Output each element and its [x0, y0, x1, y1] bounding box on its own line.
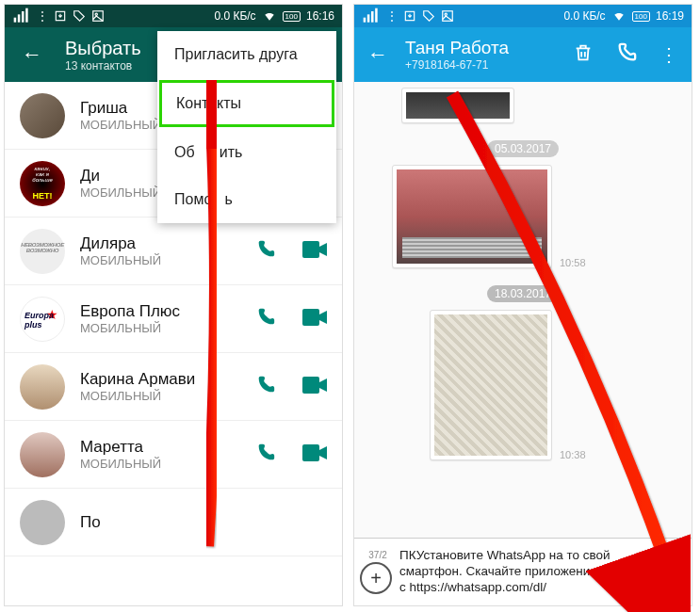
call-icon[interactable]: [255, 239, 276, 264]
char-counter: 37/2: [362, 550, 394, 560]
svg-point-17: [445, 13, 447, 15]
overflow-menu: Пригласить друга Контакты Обновить Помощ…: [157, 31, 336, 223]
data-rate: 0.0 КБ/с: [563, 9, 605, 23]
app-header: ← Таня Работа +7918164-67-71 ⋮: [354, 27, 692, 82]
svg-rect-12: [367, 14, 370, 22]
signal-icon: [12, 7, 31, 25]
svg-rect-2: [22, 11, 24, 23]
contact-name: Маретта: [80, 438, 255, 457]
delete-icon[interactable]: [573, 42, 594, 67]
tag-icon: [73, 9, 86, 23]
message-image[interactable]: [401, 88, 514, 123]
svg-rect-13: [371, 11, 374, 23]
message-image[interactable]: [392, 165, 552, 268]
more-icon: ⋮: [386, 9, 398, 23]
message-image[interactable]: [430, 310, 552, 460]
overflow-icon[interactable]: ⋮: [659, 43, 678, 66]
contact-row[interactable]: Карина Армави МОБИЛЬНЫЙ: [5, 353, 342, 421]
call-icon[interactable]: [255, 307, 276, 331]
page-title: Выбрать: [65, 38, 141, 59]
svg-rect-9: [302, 377, 319, 394]
avatar: [20, 93, 65, 138]
svg-rect-14: [375, 8, 378, 23]
menu-invite-friend[interactable]: Пригласить друга: [157, 31, 336, 78]
video-icon[interactable]: [302, 309, 327, 330]
more-icon: ⋮: [37, 9, 48, 23]
back-icon[interactable]: ←: [367, 42, 388, 67]
battery-icon: 100: [283, 11, 301, 22]
image-icon: [441, 9, 454, 23]
call-icon[interactable]: [255, 375, 276, 399]
svg-rect-8: [302, 309, 319, 326]
avatar: [20, 500, 65, 545]
messages-panel[interactable]: 05.03.2017 10:58 18.03.2017 10:38: [354, 82, 692, 538]
contact-row[interactable]: Диляра МОБИЛЬНЫЙ: [5, 217, 342, 285]
call-icon[interactable]: [616, 42, 637, 67]
attach-button[interactable]: +: [360, 562, 392, 594]
svg-rect-3: [25, 8, 27, 23]
sms-conversation-screen: ⋮ 0.0 КБ/с 100 16:19 ←: [353, 4, 692, 606]
clock: 16:16: [306, 9, 334, 23]
page-subtitle: 13 контактов: [65, 59, 141, 72]
tag-icon: [422, 9, 435, 23]
video-icon[interactable]: [302, 444, 327, 465]
battery-icon: 100: [632, 11, 650, 22]
send-button[interactable]: [658, 557, 686, 588]
avatar: [20, 364, 65, 410]
wifi-icon: [611, 9, 627, 23]
svg-rect-7: [302, 241, 319, 258]
video-icon[interactable]: [302, 241, 327, 262]
wifi-icon: [262, 9, 277, 23]
download-icon: [403, 9, 416, 23]
contact-type: МОБИЛЬНЫЙ: [80, 457, 255, 471]
clock: 16:19: [656, 9, 684, 23]
contact-type: МОБИЛЬНЫЙ: [80, 253, 255, 267]
image-icon: [91, 9, 105, 23]
svg-rect-1: [18, 14, 20, 22]
avatar: [20, 161, 65, 206]
date-chip: 05.03.2017: [487, 140, 559, 157]
contact-name: По: [80, 513, 327, 532]
contact-name: Карина Армави: [80, 370, 255, 389]
compose-bar: 37/2 + ПКУстановите WhatsApp на то свой …: [354, 538, 692, 605]
whatsapp-contacts-screen: ⋮ 0.0 КБ/с 100 16:16 ←: [4, 4, 343, 606]
svg-point-6: [95, 13, 97, 15]
avatar: [20, 297, 65, 342]
download-icon: [54, 9, 67, 23]
status-bar: ⋮ 0.0 КБ/с 100 16:19: [354, 5, 692, 27]
call-icon[interactable]: [255, 443, 276, 467]
message-time: 10:38: [560, 449, 586, 460]
data-rate: 0.0 КБ/с: [214, 9, 255, 23]
menu-contacts[interactable]: Контакты: [159, 80, 334, 127]
date-chip: 18.03.2017: [487, 285, 559, 302]
menu-help[interactable]: Помощь: [157, 176, 336, 223]
contact-name: Диляра: [80, 234, 255, 253]
svg-rect-10: [302, 444, 319, 461]
contact-row[interactable]: Европа Плюс МОБИЛЬНЫЙ: [5, 285, 342, 353]
signal-icon: [362, 7, 381, 25]
avatar: [20, 432, 65, 477]
status-bar: ⋮ 0.0 КБ/с 100 16:16: [5, 5, 342, 27]
contact-row[interactable]: Маретта МОБИЛЬНЫЙ: [5, 421, 342, 489]
contact-name: Европа Плюс: [80, 302, 255, 321]
svg-rect-0: [14, 18, 16, 23]
menu-refresh[interactable]: Обновить: [157, 129, 336, 176]
message-input[interactable]: ПКУстановите WhatsApp на то свой смартфо…: [396, 548, 658, 596]
svg-rect-11: [364, 18, 366, 23]
message-time: 10:58: [560, 257, 586, 268]
video-icon[interactable]: [302, 377, 327, 397]
back-icon[interactable]: ←: [22, 42, 42, 67]
avatar: [20, 229, 65, 274]
contact-title: Таня Работа: [405, 38, 509, 58]
contact-row[interactable]: По: [5, 489, 342, 556]
contact-number: +7918164-67-71: [405, 58, 509, 72]
contact-type: МОБИЛЬНЫЙ: [80, 389, 255, 403]
contact-type: МОБИЛЬНЫЙ: [80, 321, 255, 335]
